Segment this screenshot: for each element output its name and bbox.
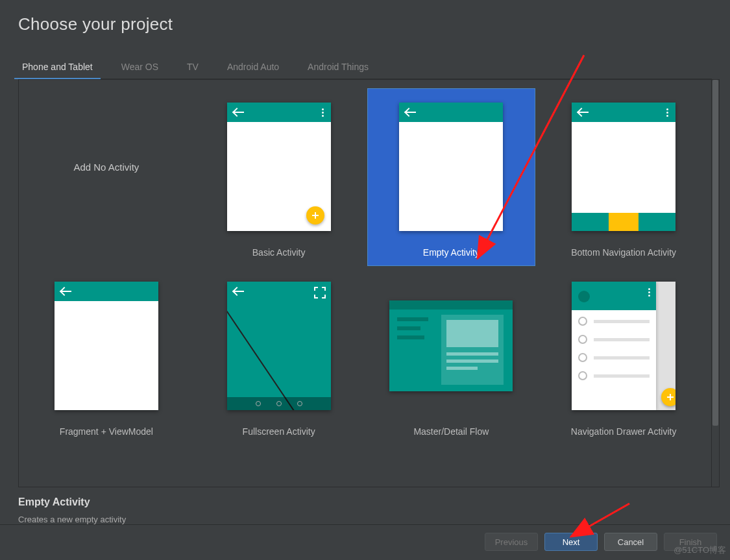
description-text: Creates a new empty activity — [18, 515, 712, 524]
tab-android-auto[interactable]: Android Auto — [223, 58, 283, 79]
tab-wear-os[interactable]: Wear OS — [117, 58, 162, 79]
template-gallery: Add No Activity . Basic Activity — [19, 80, 711, 487]
template-description: Empty Activity Creates a new empty activ… — [0, 487, 730, 524]
description-title: Empty Activity — [18, 496, 712, 508]
fab-icon — [661, 388, 675, 406]
page-title: Choose your project — [0, 0, 730, 34]
back-arrow-icon — [406, 108, 416, 116]
template-label: Basic Activity — [198, 242, 360, 263]
gallery-scrollbar[interactable] — [711, 80, 719, 487]
template-label: Empty Activity — [371, 242, 533, 263]
system-bar-icon — [227, 397, 331, 410]
avatar-icon — [578, 291, 590, 302]
template-empty-activity[interactable]: Empty Activity — [368, 89, 535, 265]
template-add-no-activity[interactable]: Add No Activity . — [23, 89, 190, 265]
template-basic-activity[interactable]: Basic Activity — [195, 89, 363, 265]
template-fragment-viewmodel[interactable]: Fragment + ViewModel — [23, 268, 190, 444]
template-label: Bottom Navigation Activity — [542, 242, 705, 263]
template-preview-icon — [227, 103, 331, 231]
back-arrow-icon — [61, 287, 71, 295]
template-navigation-drawer-activity[interactable]: Navigation Drawer Activity — [540, 268, 707, 444]
template-label: Add No Activity — [73, 162, 139, 173]
template-label: Master/Detail Flow — [371, 421, 533, 442]
template-label: Fullscreen Activity — [198, 421, 360, 442]
bottom-nav-icon — [572, 213, 675, 231]
template-label: Fragment + ViewModel — [25, 421, 188, 442]
finish-button: Finish — [664, 533, 717, 551]
template-preview-icon — [399, 103, 503, 231]
tab-tv[interactable]: TV — [183, 58, 202, 79]
template-preview-icon — [572, 103, 675, 231]
template-fullscreen-activity[interactable]: Fullscreen Activity — [195, 268, 363, 444]
overflow-menu-icon — [648, 288, 651, 297]
template-preview-icon — [227, 282, 331, 410]
wizard-footer: Previous Next Cancel Finish — [0, 524, 730, 560]
template-bottom-navigation-activity[interactable]: Bottom Navigation Activity — [540, 89, 707, 265]
template-preview-icon — [55, 282, 158, 410]
previous-button: Previous — [485, 533, 538, 551]
back-arrow-icon — [578, 108, 589, 116]
next-button[interactable]: Next — [544, 533, 598, 551]
template-label: Navigation Drawer Activity — [542, 421, 705, 442]
tab-android-things[interactable]: Android Things — [304, 58, 372, 79]
fab-icon — [306, 206, 324, 225]
back-arrow-icon — [234, 287, 244, 295]
template-category-tabs: Phone and Tablet Wear OS TV Android Auto… — [18, 58, 712, 79]
template-preview-icon — [389, 300, 513, 391]
fullscreen-icon — [314, 287, 326, 298]
overflow-menu-icon — [666, 108, 669, 117]
back-arrow-icon — [234, 108, 244, 116]
template-master-detail-flow[interactable]: Master/Detail Flow — [368, 268, 535, 444]
overflow-menu-icon — [322, 108, 324, 117]
template-preview-icon — [572, 282, 675, 410]
tab-phone-and-tablet[interactable]: Phone and Tablet — [18, 58, 97, 79]
cancel-button[interactable]: Cancel — [604, 533, 657, 551]
scrollbar-thumb[interactable] — [712, 80, 718, 426]
